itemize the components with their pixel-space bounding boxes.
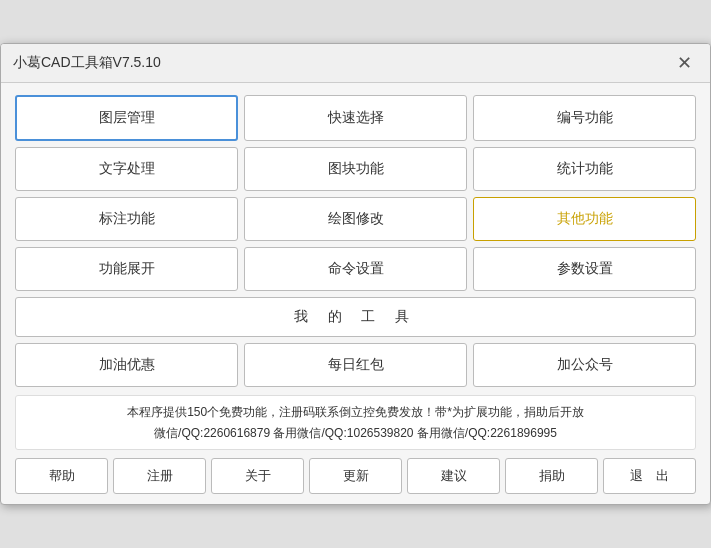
close-button[interactable]: ✕ — [671, 52, 698, 74]
tools-row: 加油优惠 每日红包 加公众号 — [15, 343, 696, 387]
btn-quick-select[interactable]: 快速选择 — [244, 95, 467, 141]
btn-numbering[interactable]: 编号功能 — [473, 95, 696, 141]
bottom-btn-row: 帮助 注册 关于 更新 建议 捐助 退 出 — [15, 458, 696, 494]
main-window: 小葛CAD工具箱V7.5.10 ✕ 图层管理 快速选择 编号功能 文字处理 图块… — [0, 43, 711, 505]
button-grid-row1: 图层管理 快速选择 编号功能 — [15, 95, 696, 141]
btn-expand-func[interactable]: 功能展开 — [15, 247, 238, 291]
btn-suggest[interactable]: 建议 — [407, 458, 500, 494]
btn-help[interactable]: 帮助 — [15, 458, 108, 494]
btn-stats-func[interactable]: 统计功能 — [473, 147, 696, 191]
info-line1: 本程序提供150个免费功能，注册码联系倒立控免费发放！带*为扩展功能，捐助后开放 — [24, 402, 687, 422]
btn-block-func[interactable]: 图块功能 — [244, 147, 467, 191]
btn-draw-edit[interactable]: 绘图修改 — [244, 197, 467, 241]
btn-register[interactable]: 注册 — [113, 458, 206, 494]
info-line2: 微信/QQ:2260616879 备用微信/QQ:1026539820 备用微信… — [24, 423, 687, 443]
btn-dimension-func[interactable]: 标注功能 — [15, 197, 238, 241]
button-grid-row3: 标注功能 绘图修改 其他功能 — [15, 197, 696, 241]
title-bar: 小葛CAD工具箱V7.5.10 ✕ — [1, 44, 710, 83]
btn-public-account[interactable]: 加公众号 — [473, 343, 696, 387]
btn-donate[interactable]: 捐助 — [505, 458, 598, 494]
button-grid-row2: 文字处理 图块功能 统计功能 — [15, 147, 696, 191]
btn-exit[interactable]: 退 出 — [603, 458, 696, 494]
btn-param-settings[interactable]: 参数设置 — [473, 247, 696, 291]
info-section: 本程序提供150个免费功能，注册码联系倒立控免费发放！带*为扩展功能，捐助后开放… — [15, 395, 696, 450]
content-area: 图层管理 快速选择 编号功能 文字处理 图块功能 统计功能 标注功能 绘图修改 … — [1, 83, 710, 504]
btn-other-func[interactable]: 其他功能 — [473, 197, 696, 241]
btn-cmd-settings[interactable]: 命令设置 — [244, 247, 467, 291]
my-tools-label: 我 的 工 具 — [15, 297, 696, 337]
btn-layer-mgmt[interactable]: 图层管理 — [15, 95, 238, 141]
window-title: 小葛CAD工具箱V7.5.10 — [13, 54, 161, 72]
btn-discount[interactable]: 加油优惠 — [15, 343, 238, 387]
btn-update[interactable]: 更新 — [309, 458, 402, 494]
button-grid-row4: 功能展开 命令设置 参数设置 — [15, 247, 696, 291]
btn-about[interactable]: 关于 — [211, 458, 304, 494]
btn-text-processing[interactable]: 文字处理 — [15, 147, 238, 191]
btn-daily-red-packet[interactable]: 每日红包 — [244, 343, 467, 387]
